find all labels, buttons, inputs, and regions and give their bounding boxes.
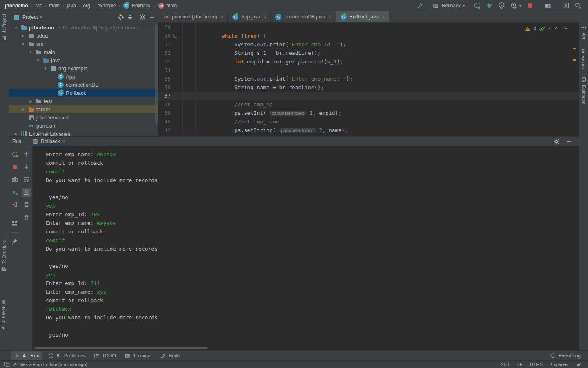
tree-item-Rollback[interactable]: CRollback	[9, 89, 158, 97]
tree-scrollbar[interactable]	[155, 24, 158, 124]
tool-window-button-database[interactable]: Database	[580, 76, 587, 104]
lock-icon[interactable]	[575, 361, 582, 368]
tree-item-.idea[interactable]: ▸.idea	[9, 31, 158, 40]
breadcrumb-item-main[interactable]: mmain	[158, 2, 177, 9]
tool-window-button-structure[interactable]: 7: Structure	[0, 240, 7, 273]
camera-icon[interactable]	[10, 175, 19, 184]
gear-icon[interactable]	[139, 14, 146, 21]
stop-icon[interactable]	[10, 162, 19, 171]
indent-setting[interactable]: 4 spaces	[550, 362, 568, 367]
print-icon[interactable]	[22, 200, 31, 209]
search-everywhere-button[interactable]	[575, 2, 581, 9]
tree-item-jdbcdemo[interactable]: ▾jdbcdemo~/Desktop/IntellijProject/jdbcd…	[9, 23, 158, 31]
profiler-button[interactable]	[510, 2, 517, 9]
rerun-icon[interactable]	[10, 150, 19, 159]
breadcrumb-item-java[interactable]: java	[67, 3, 76, 9]
caret-position[interactable]: 25:1	[501, 362, 510, 367]
tool-window-button-build[interactable]: Build	[156, 351, 183, 360]
breadcrumb-item-jdbcdemo[interactable]: jdbcdemo	[5, 3, 28, 9]
event-log-button[interactable]: Event Log	[559, 353, 581, 359]
tree-item-connectionDB[interactable]: CconnectionDB	[9, 81, 158, 89]
profiler-chevron-icon[interactable]: ▾	[519, 4, 521, 8]
pin-icon[interactable]	[10, 237, 19, 246]
exit-icon[interactable]	[10, 200, 19, 209]
select-opened-file-button[interactable]	[117, 14, 124, 21]
tree-item-org.example[interactable]: ▾org.example	[9, 64, 158, 72]
tree-item-main[interactable]: ▾main	[9, 48, 158, 56]
scroll-to-end-icon[interactable]	[22, 188, 31, 197]
tab-label: Rollback.java	[350, 14, 379, 20]
tree-item-pom.xml[interactable]: mpom.xml	[9, 121, 158, 130]
console-horizontal-scrollbar[interactable]	[34, 347, 208, 349]
code-text: String name = br.readLine();	[196, 83, 324, 92]
chevron-right-icon[interactable]: ▸	[28, 99, 33, 104]
chevron-down-icon[interactable]: ▾	[35, 58, 41, 63]
project-panel-title[interactable]: Project	[22, 14, 38, 20]
breadcrumb-item-example[interactable]: example	[97, 3, 116, 9]
run-button[interactable]	[474, 2, 481, 9]
tool-window-button-terminal[interactable]: Terminal	[121, 351, 155, 360]
run-console[interactable]: Enter emp_name: deepakcommit or rollback…	[33, 146, 579, 350]
breadcrumb-item-src[interactable]: src	[35, 3, 42, 9]
breadcrumb-item-Rollback[interactable]: CRollback	[123, 2, 150, 9]
run-with-coverage-button[interactable]	[498, 2, 505, 9]
close-icon[interactable]: ×	[62, 139, 65, 144]
code-line-41: 41 ps.setString( parameterIndex: 2, name…	[158, 126, 579, 135]
tool-window-button-maven[interactable]: m Maven	[580, 49, 587, 69]
right-tool-window-stripe: Ant m Maven Database	[579, 11, 588, 350]
project-structure-button[interactable]	[544, 2, 551, 9]
editor-tab-Rollback.java[interactable]: CRollback.java×	[336, 11, 389, 22]
breadcrumb-item-org[interactable]: org	[83, 3, 90, 9]
tool-window-button-ant[interactable]: Ant	[580, 24, 587, 40]
hide-panel-button[interactable]	[148, 14, 155, 21]
soft-wrap-icon[interactable]	[22, 175, 31, 184]
gear-icon[interactable]	[553, 138, 560, 145]
tree-item-App[interactable]: CApp	[9, 72, 158, 81]
tool-window-button-todo[interactable]: TODO	[89, 351, 119, 360]
chevron-right-icon[interactable]: ▸	[20, 107, 26, 112]
code-editor[interactable]: 3 7 2930− while (true) {31 System.out.pr…	[158, 23, 579, 136]
restore-layout-icon[interactable]	[10, 219, 19, 228]
close-icon[interactable]: ×	[220, 14, 223, 20]
editor-tab-connectionDB.java[interactable]: CconnectionDB.java×	[271, 11, 336, 22]
down-stack-icon[interactable]	[22, 162, 31, 171]
breadcrumb-item-main[interactable]: main	[49, 3, 60, 9]
clear-all-icon[interactable]	[22, 213, 31, 222]
close-icon[interactable]: ×	[382, 14, 385, 20]
up-stack-icon[interactable]	[22, 150, 31, 159]
tree-item-java[interactable]: ▾java	[9, 56, 158, 64]
chevron-right-icon[interactable]: ▸	[20, 33, 26, 38]
tool-window-button-favorites[interactable]: ★ 2: Favorites	[0, 300, 6, 331]
editor-tab-pom.xml (jdbcDemo)[interactable]: mpom.xml (jdbcDemo)×	[158, 11, 228, 22]
close-icon[interactable]: ×	[263, 14, 266, 20]
run-configuration-select[interactable]: Rollback ▾	[429, 1, 469, 10]
line-ending[interactable]: LF	[517, 362, 523, 367]
tree-item-test[interactable]: ▸test	[9, 97, 158, 105]
fold-marker-icon[interactable]: −	[173, 34, 177, 38]
file-encoding[interactable]: UTF-8	[530, 362, 543, 367]
attach-debugger-icon[interactable]	[10, 188, 19, 197]
tool-window-button-run[interactable]: 4: Run	[11, 351, 42, 360]
debug-button[interactable]	[486, 2, 493, 9]
chevron-down-icon[interactable]: ▾	[28, 49, 33, 55]
chevron-down-icon[interactable]: ▾	[42, 66, 48, 71]
console-line: commit	[46, 167, 579, 176]
chevron-down-icon[interactable]: ▾	[13, 25, 19, 30]
tool-window-button-project[interactable]: 1: Project	[0, 14, 7, 42]
run-tab[interactable]: Rollback ×	[28, 137, 68, 146]
chevron-down-icon[interactable]: ▾	[40, 15, 42, 19]
tool-window-button-problems[interactable]: 6: Problems	[44, 351, 88, 360]
collapse-all-button[interactable]	[127, 14, 134, 21]
close-icon[interactable]: ×	[329, 14, 332, 20]
chevron-down-icon[interactable]: ▾	[20, 41, 26, 47]
preview-button[interactable]	[562, 2, 569, 9]
hide-panel-button[interactable]	[566, 138, 572, 145]
tree-item-src[interactable]: ▾src	[9, 40, 158, 48]
editor-tab-App.java[interactable]: CApp.java×	[228, 11, 271, 22]
tree-item-target[interactable]: ▸target	[9, 105, 158, 113]
chevron-right-icon[interactable]: ▸	[13, 131, 19, 137]
stop-button[interactable]	[526, 2, 533, 9]
build-hammer-icon[interactable]	[416, 2, 423, 9]
tree-item-path: ~/Desktop/IntellijProject/jdbcdemo	[58, 25, 138, 31]
tree-item-jdbcDemo.iml[interactable]: jdbcDemo.iml	[9, 113, 158, 121]
